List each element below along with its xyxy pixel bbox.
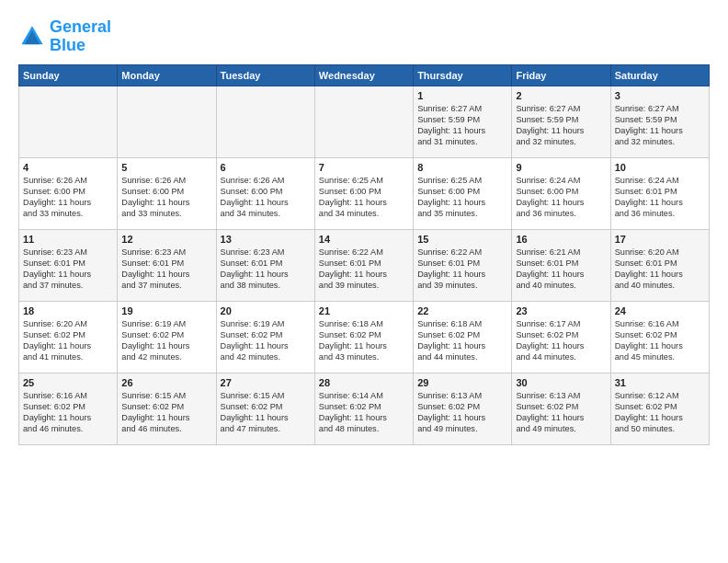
day-cell-11: 11Sunrise: 6:23 AM Sunset: 6:01 PM Dayli… — [19, 229, 118, 301]
day-cell-30: 30Sunrise: 6:13 AM Sunset: 6:02 PM Dayli… — [512, 373, 610, 444]
day-cell-15: 15Sunrise: 6:22 AM Sunset: 6:01 PM Dayli… — [414, 229, 512, 301]
header-row: SundayMondayTuesdayWednesdayThursdayFrid… — [19, 64, 710, 86]
day-number: 21 — [319, 304, 409, 317]
day-cell-24: 24Sunrise: 6:16 AM Sunset: 6:02 PM Dayli… — [610, 301, 709, 373]
empty-cell — [118, 86, 216, 157]
week-row-1: 1Sunrise: 6:27 AM Sunset: 5:59 PM Daylig… — [19, 86, 710, 157]
day-number: 10 — [615, 161, 705, 174]
day-info: Sunrise: 6:23 AM Sunset: 6:01 PM Dayligh… — [121, 247, 211, 292]
week-row-3: 11Sunrise: 6:23 AM Sunset: 6:01 PM Dayli… — [19, 229, 710, 301]
day-cell-27: 27Sunrise: 6:15 AM Sunset: 6:02 PM Dayli… — [216, 373, 314, 444]
day-number: 30 — [516, 376, 606, 389]
day-cell-5: 5Sunrise: 6:26 AM Sunset: 6:00 PM Daylig… — [118, 157, 216, 229]
day-info: Sunrise: 6:18 AM Sunset: 6:02 PM Dayligh… — [417, 319, 507, 363]
day-info: Sunrise: 6:14 AM Sunset: 6:02 PM Dayligh… — [319, 391, 409, 435]
day-number: 26 — [121, 376, 211, 389]
col-header-saturday: Saturday — [610, 64, 709, 86]
empty-cell — [216, 86, 314, 157]
day-cell-19: 19Sunrise: 6:19 AM Sunset: 6:02 PM Dayli… — [118, 301, 216, 373]
week-row-5: 25Sunrise: 6:16 AM Sunset: 6:02 PM Dayli… — [19, 373, 710, 444]
day-cell-16: 16Sunrise: 6:21 AM Sunset: 6:01 PM Dayli… — [512, 229, 610, 301]
col-header-wednesday: Wednesday — [314, 64, 413, 86]
day-cell-25: 25Sunrise: 6:16 AM Sunset: 6:02 PM Dayli… — [19, 373, 118, 444]
day-cell-10: 10Sunrise: 6:24 AM Sunset: 6:01 PM Dayli… — [610, 157, 709, 229]
day-info: Sunrise: 6:13 AM Sunset: 6:02 PM Dayligh… — [417, 391, 507, 435]
day-info: Sunrise: 6:20 AM Sunset: 6:01 PM Dayligh… — [615, 247, 705, 292]
page: General Blue SundayMondayTuesdayWednesda… — [0, 0, 728, 563]
day-info: Sunrise: 6:12 AM Sunset: 6:02 PM Dayligh… — [615, 391, 705, 435]
day-info: Sunrise: 6:16 AM Sunset: 6:02 PM Dayligh… — [615, 319, 705, 363]
day-cell-3: 3Sunrise: 6:27 AM Sunset: 5:59 PM Daylig… — [610, 86, 709, 157]
header: General Blue — [18, 18, 710, 55]
day-cell-18: 18Sunrise: 6:20 AM Sunset: 6:02 PM Dayli… — [19, 301, 118, 373]
day-cell-21: 21Sunrise: 6:18 AM Sunset: 6:02 PM Dayli… — [314, 301, 413, 373]
day-number: 13 — [221, 233, 311, 246]
day-number: 3 — [615, 89, 705, 102]
day-number: 17 — [615, 233, 705, 246]
day-info: Sunrise: 6:25 AM Sunset: 6:00 PM Dayligh… — [417, 176, 507, 220]
day-number: 20 — [221, 304, 311, 317]
day-cell-13: 13Sunrise: 6:23 AM Sunset: 6:01 PM Dayli… — [216, 229, 314, 301]
col-header-tuesday: Tuesday — [216, 64, 314, 86]
day-info: Sunrise: 6:26 AM Sunset: 6:00 PM Dayligh… — [221, 176, 311, 220]
day-info: Sunrise: 6:17 AM Sunset: 6:02 PM Dayligh… — [516, 319, 606, 363]
day-number: 16 — [516, 233, 606, 246]
day-cell-28: 28Sunrise: 6:14 AM Sunset: 6:02 PM Dayli… — [314, 373, 413, 444]
day-number: 14 — [319, 233, 409, 246]
day-cell-31: 31Sunrise: 6:12 AM Sunset: 6:02 PM Dayli… — [610, 373, 709, 444]
logo: General Blue — [18, 18, 111, 55]
day-info: Sunrise: 6:27 AM Sunset: 5:59 PM Dayligh… — [615, 104, 705, 148]
day-number: 8 — [417, 161, 507, 174]
day-cell-17: 17Sunrise: 6:20 AM Sunset: 6:01 PM Dayli… — [610, 229, 709, 301]
day-info: Sunrise: 6:15 AM Sunset: 6:02 PM Dayligh… — [221, 391, 311, 435]
day-number: 7 — [319, 161, 409, 174]
day-info: Sunrise: 6:23 AM Sunset: 6:01 PM Dayligh… — [221, 247, 311, 292]
day-number: 31 — [615, 376, 705, 389]
day-info: Sunrise: 6:16 AM Sunset: 6:02 PM Dayligh… — [23, 391, 113, 435]
day-number: 2 — [516, 89, 606, 102]
day-cell-6: 6Sunrise: 6:26 AM Sunset: 6:00 PM Daylig… — [216, 157, 314, 229]
day-info: Sunrise: 6:20 AM Sunset: 6:02 PM Dayligh… — [23, 319, 113, 363]
day-number: 27 — [221, 376, 311, 389]
day-number: 6 — [221, 161, 311, 174]
day-info: Sunrise: 6:26 AM Sunset: 6:00 PM Dayligh… — [23, 176, 113, 220]
week-row-4: 18Sunrise: 6:20 AM Sunset: 6:02 PM Dayli… — [19, 301, 710, 373]
day-number: 9 — [516, 161, 606, 174]
logo-text: General Blue — [50, 18, 111, 55]
day-cell-9: 9Sunrise: 6:24 AM Sunset: 6:00 PM Daylig… — [512, 157, 610, 229]
day-info: Sunrise: 6:18 AM Sunset: 6:02 PM Dayligh… — [319, 319, 409, 363]
day-cell-12: 12Sunrise: 6:23 AM Sunset: 6:01 PM Dayli… — [118, 229, 216, 301]
day-cell-29: 29Sunrise: 6:13 AM Sunset: 6:02 PM Dayli… — [414, 373, 512, 444]
calendar-table: SundayMondayTuesdayWednesdayThursdayFrid… — [18, 64, 710, 445]
day-number: 1 — [417, 89, 507, 102]
day-number: 12 — [121, 233, 211, 246]
day-info: Sunrise: 6:13 AM Sunset: 6:02 PM Dayligh… — [516, 391, 606, 435]
day-cell-26: 26Sunrise: 6:15 AM Sunset: 6:02 PM Dayli… — [118, 373, 216, 444]
day-info: Sunrise: 6:23 AM Sunset: 6:01 PM Dayligh… — [23, 247, 113, 292]
day-cell-23: 23Sunrise: 6:17 AM Sunset: 6:02 PM Dayli… — [512, 301, 610, 373]
logo-icon — [18, 23, 46, 51]
day-number: 28 — [319, 376, 409, 389]
day-number: 23 — [516, 304, 606, 317]
day-number: 24 — [615, 304, 705, 317]
day-info: Sunrise: 6:22 AM Sunset: 6:01 PM Dayligh… — [319, 247, 409, 292]
day-number: 5 — [121, 161, 211, 174]
day-info: Sunrise: 6:24 AM Sunset: 6:01 PM Dayligh… — [615, 176, 705, 220]
day-number: 25 — [23, 376, 113, 389]
day-info: Sunrise: 6:24 AM Sunset: 6:00 PM Dayligh… — [516, 176, 606, 220]
day-info: Sunrise: 6:19 AM Sunset: 6:02 PM Dayligh… — [121, 319, 211, 363]
day-cell-1: 1Sunrise: 6:27 AM Sunset: 5:59 PM Daylig… — [414, 86, 512, 157]
day-info: Sunrise: 6:26 AM Sunset: 6:00 PM Dayligh… — [121, 176, 211, 220]
col-header-sunday: Sunday — [19, 64, 118, 86]
day-number: 18 — [23, 304, 113, 317]
day-cell-7: 7Sunrise: 6:25 AM Sunset: 6:00 PM Daylig… — [314, 157, 413, 229]
col-header-monday: Monday — [118, 64, 216, 86]
day-number: 29 — [417, 376, 507, 389]
empty-cell — [314, 86, 413, 157]
day-cell-2: 2Sunrise: 6:27 AM Sunset: 5:59 PM Daylig… — [512, 86, 610, 157]
day-number: 19 — [121, 304, 211, 317]
day-info: Sunrise: 6:21 AM Sunset: 6:01 PM Dayligh… — [516, 247, 606, 292]
day-number: 11 — [23, 233, 113, 246]
col-header-thursday: Thursday — [414, 64, 512, 86]
day-cell-14: 14Sunrise: 6:22 AM Sunset: 6:01 PM Dayli… — [314, 229, 413, 301]
